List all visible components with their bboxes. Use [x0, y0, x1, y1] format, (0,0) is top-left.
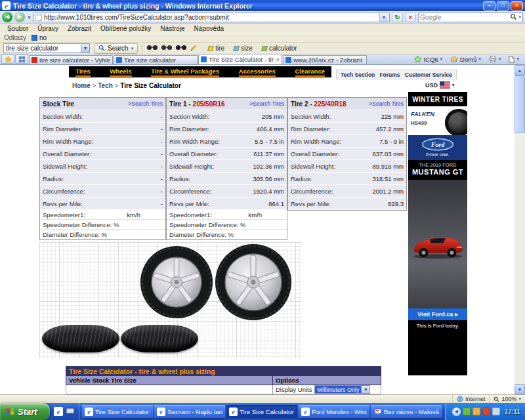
antivirus-tray-icon[interactable]: [482, 408, 490, 415]
taskbar-button-seznam-najdu-tam[interactable]: eSeznam - Najdu tam...: [154, 405, 225, 418]
address-dropdown-button[interactable]: ▼: [379, 13, 388, 22]
highlight-button-size[interactable]: size: [230, 43, 257, 53]
options-header: Options: [273, 376, 381, 385]
currency-selector[interactable]: USD ▾: [425, 81, 455, 89]
nav-link-clearance[interactable]: Clearance: [295, 68, 325, 77]
tab-www-206six-cz-zobrazit-t[interactable]: www.206six.cz - Zobrazit té...: [283, 55, 367, 64]
icq-button[interactable]: ICQ6 ▾: [411, 54, 446, 64]
links-item-no[interactable]: no: [32, 34, 47, 41]
refresh-button[interactable]: ↻: [392, 12, 403, 22]
tab-tire-size-calculator-vyhleda[interactable]: tire size calculator - Vyhledat...: [29, 55, 113, 64]
start-button[interactable]: Start: [0, 403, 50, 420]
stop-button[interactable]: ×: [405, 12, 416, 22]
top-link-forums[interactable]: Forums: [379, 72, 400, 78]
search-magnifier-icon[interactable]: [510, 13, 517, 22]
address-bar: ◀ ▶ ▼ http://www.1010tires.com/TireSizeC…: [0, 11, 525, 24]
address-input[interactable]: http://www.1010tires.com/TireSizeCalcula…: [33, 12, 390, 22]
page-dropdown-icon[interactable]: ▾: [516, 56, 519, 62]
ford-logo-panel: Ford Drive one.: [408, 135, 467, 160]
calc-row: Circumference:-: [40, 185, 165, 198]
calc-row-value: 205 mm: [262, 113, 284, 120]
calc-row-value: 7.5 - 9 in: [379, 138, 404, 145]
highlight-button-calculator[interactable]: calculator: [258, 43, 301, 53]
currency-dropdown-icon[interactable]: ▾: [452, 83, 455, 88]
tab-close-icon[interactable]: ×: [276, 56, 280, 63]
search-options-dropdown-icon[interactable]: ▾: [131, 46, 134, 51]
combo-dropdown-icon[interactable]: ▼: [81, 44, 89, 52]
glasses-icon[interactable]: [146, 45, 158, 52]
menu-item-n-stroje[interactable]: Nástroje: [156, 25, 189, 32]
toolbar-search-combo[interactable]: tire size calculator ▼: [3, 43, 90, 53]
volume-tray-icon[interactable]: [492, 408, 500, 415]
maximize-button[interactable]: □: [497, 1, 509, 10]
highlight-button-tire[interactable]: tire: [204, 43, 228, 53]
breadcrumb-tech[interactable]: Tech: [98, 82, 113, 89]
falken-tire-ad[interactable]: FALKEN HS439: [408, 106, 467, 135]
top-link-customer-service[interactable]: Customer Service: [405, 72, 452, 78]
glasses-icon[interactable]: [175, 45, 187, 52]
top-link-tech-section[interactable]: Tech Section: [341, 72, 375, 78]
ie-quicklaunch-icon[interactable]: e: [54, 407, 63, 416]
hide-icons-chevron[interactable]: ◀: [452, 408, 461, 416]
scroll-down-button[interactable]: ▼: [514, 384, 525, 394]
quick-tabs-button[interactable]: [15, 54, 28, 64]
tab-tire-size-calculator-tire[interactable]: Tire Size Calculator - tire ...×: [198, 54, 282, 64]
scrollbar-thumb[interactable]: [514, 75, 525, 133]
icq-flower-tray-icon[interactable]: [463, 408, 471, 415]
favorites-button[interactable]: [1, 54, 14, 64]
messenger-tray-icon[interactable]: [472, 408, 480, 415]
taskbar-button-ford-mondeo-windo[interactable]: eFord Mondeo - Windo...: [299, 405, 369, 418]
history-dropdown-icon[interactable]: ▼: [27, 15, 32, 20]
calc-row-label: Rim Diameter:: [169, 125, 209, 133]
search-provider-dropdown-icon[interactable]: ▾: [518, 14, 521, 20]
display-units-select[interactable]: Millimeters Only ▼: [314, 385, 370, 394]
print-dropdown-icon[interactable]: ▾: [499, 56, 501, 62]
print-button[interactable]: ▾: [486, 54, 505, 64]
menu-item-zobrazit[interactable]: Zobrazit: [63, 25, 96, 32]
back-button[interactable]: ◀: [2, 12, 12, 22]
vertical-scrollbar[interactable]: ▲ ▼: [514, 65, 525, 394]
taskbar-clock[interactable]: 17:11: [505, 408, 520, 415]
menu-item-n-pov-da[interactable]: Nápověda: [190, 25, 229, 32]
show-desktop-icon[interactable]: [66, 408, 75, 415]
search-box[interactable]: Google ▾: [418, 12, 523, 22]
scroll-up-button[interactable]: ▲: [514, 65, 525, 75]
ford-tagline: Drive one.: [426, 152, 450, 158]
taskbar-button-tire-size-calculator[interactable]: eTire Size Calculator - ...: [82, 405, 153, 418]
taskbar-button-tire-size-calculator[interactable]: eTire Size Calculator ...: [226, 405, 297, 418]
tab-tire-size-calculator[interactable]: Tire size calculator: [114, 55, 198, 64]
home-dropdown-icon[interactable]: ▾: [478, 56, 481, 62]
breadcrumb-home[interactable]: Home: [72, 82, 91, 89]
icq-dropdown-icon[interactable]: ▾: [440, 56, 443, 62]
calc-row-label: Rim Width Range:: [169, 138, 220, 145]
minimize-button[interactable]: –: [483, 1, 495, 10]
visit-ford-button[interactable]: Visit Ford.ca ▸: [408, 308, 467, 320]
home-button[interactable]: Domů ▾: [447, 54, 484, 64]
select-dropdown-icon[interactable]: ▼: [361, 386, 369, 393]
status-bar: Internet 100% ▾: [0, 394, 525, 403]
zoom-pane[interactable]: 100% ▾: [489, 395, 525, 403]
menu-item-obl-ben-polo-ky[interactable]: Oblíbené položky: [96, 25, 156, 32]
page-button[interactable]: ▾: [505, 54, 522, 64]
tire2-wheel-image: [214, 243, 293, 323]
ad-banner[interactable]: WINTER TIRES FALKEN HS439 Ford Drive one…: [408, 92, 467, 375]
taskbar-tasks: eTire Size Calculator - ...eSeznam - Naj…: [79, 403, 445, 420]
menu-item-soubor[interactable]: Soubor: [3, 25, 33, 32]
zoom-dropdown-icon[interactable]: ▾: [518, 396, 521, 402]
search-tires-link[interactable]: >Search Tires: [128, 100, 163, 107]
taskbar-button-bez-n-zvu-malov-n[interactable]: Bez názvu - Malování: [371, 405, 442, 418]
glasses-icon[interactable]: [161, 45, 173, 52]
ie-icon: e: [157, 408, 165, 416]
calc-row-value: 829.3: [388, 200, 404, 207]
search-tires-link[interactable]: >Search Tires: [249, 100, 284, 107]
nav-link-accessories[interactable]: Accessories: [239, 68, 276, 77]
nav-link-tire-wheel-packages[interactable]: Tire & Wheel Packages: [151, 68, 219, 77]
menu-item-pravy[interactable]: Úpravy: [33, 25, 63, 32]
nav-link-wheels[interactable]: Wheels: [110, 68, 131, 77]
nav-link-tires[interactable]: Tires: [75, 68, 91, 77]
toolbar-search-button[interactable]: Search ▾: [94, 43, 138, 54]
pencil-icon[interactable]: [190, 44, 198, 53]
forward-button[interactable]: ▶: [14, 12, 25, 22]
close-button[interactable]: ×: [511, 1, 523, 10]
search-tires-link[interactable]: >Search Tires: [369, 100, 404, 107]
